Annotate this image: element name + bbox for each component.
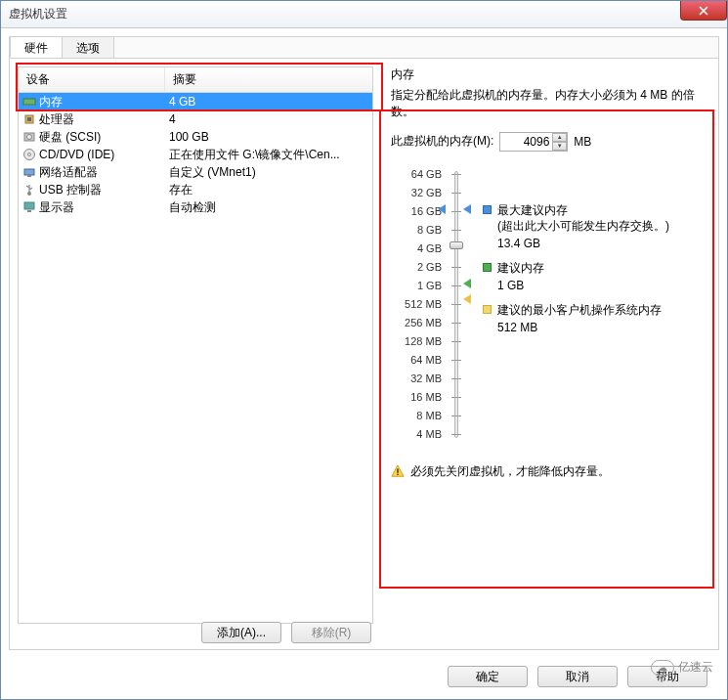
svg-point-8 — [27, 135, 32, 140]
remove-button: 移除(R) — [291, 622, 371, 643]
cloud-icon: ☁ — [651, 660, 674, 676]
settings-panel: 硬件 选项 设备 摘要 内存4 GB处理器4硬盘 (SCSI)100 GBCD/… — [9, 36, 719, 650]
device-name: CD/DVD (IDE) — [39, 148, 114, 161]
hardware-row-4[interactable]: 网络适配器自定义 (VMnet1) — [19, 163, 372, 181]
tick-label: 4 GB — [391, 240, 442, 258]
hardware-row-5[interactable]: USB 控制器存在 — [19, 181, 372, 198]
hardware-list-header: 设备 摘要 — [19, 67, 372, 93]
tick-mark — [451, 174, 461, 175]
memory-spinner[interactable]: ▲▼ — [499, 132, 568, 152]
tick-mark — [451, 378, 461, 379]
memory-description: 指定分配给此虚拟机的内存量。内存大小必须为 4 MB 的倍数。 — [391, 87, 708, 120]
tick-label: 1 GB — [391, 277, 442, 295]
tick-mark — [451, 193, 461, 194]
memory-section-title: 内存 — [391, 66, 708, 83]
legend-rec-value: 1 GB — [497, 279, 708, 292]
tab-hardware[interactable]: 硬件 — [10, 36, 63, 58]
device-name: 显示器 — [39, 199, 74, 216]
hardware-row-1[interactable]: 处理器4 — [19, 110, 372, 128]
tick-label: 16 GB — [391, 202, 442, 221]
marker-rec-icon — [463, 279, 471, 288]
tick-mark — [451, 434, 461, 435]
memory-field-label: 此虚拟机的内存(M): — [391, 133, 493, 150]
device-summary: 自定义 (VMnet1) — [165, 164, 372, 181]
tick-label: 64 GB — [391, 165, 442, 184]
tick-mark — [451, 267, 461, 268]
device-name: 内存 — [39, 94, 63, 110]
device-name: 硬盘 (SCSI) — [39, 129, 101, 146]
svg-rect-16 — [397, 468, 398, 472]
add-button[interactable]: 添加(A)... — [201, 622, 281, 643]
spin-down-icon[interactable]: ▼ — [552, 142, 567, 151]
tick-mark — [451, 360, 461, 361]
device-summary: 100 GB — [165, 130, 372, 144]
memory-unit: MB — [574, 135, 591, 149]
hardware-row-6[interactable]: 显示器自动检测 — [19, 198, 372, 216]
tick-label: 8 MB — [391, 407, 442, 425]
col-header-device[interactable]: 设备 — [19, 67, 165, 92]
marker-max-left-icon — [438, 204, 446, 214]
net-icon — [22, 165, 36, 179]
svg-rect-3 — [30, 105, 31, 107]
slider-thumb[interactable] — [450, 241, 463, 249]
tick-label: 32 GB — [391, 184, 442, 202]
col-header-summary[interactable]: 摘要 — [165, 67, 372, 92]
memory-slider-zone: 64 GB 32 GB 16 GB 8 GB 4 GB 2 GB 1 GB 51… — [391, 165, 708, 444]
memory-icon — [22, 95, 36, 109]
svg-rect-11 — [24, 169, 34, 175]
tick-mark — [451, 211, 461, 212]
tick-mark — [451, 304, 461, 305]
tab-options[interactable]: 选项 — [62, 36, 114, 58]
tick-label: 512 MB — [391, 295, 442, 314]
content-area: 设备 摘要 内存4 GB处理器4硬盘 (SCSI)100 GBCD/DVD (I… — [10, 59, 718, 649]
device-summary: 自动检测 — [165, 199, 372, 216]
svg-rect-4 — [33, 105, 34, 107]
hardware-row-0[interactable]: 内存4 GB — [19, 93, 372, 110]
legend-min-value: 512 MB — [497, 321, 708, 334]
legend-max-value: 13.4 GB — [497, 237, 708, 250]
device-summary: 存在 — [165, 182, 372, 198]
memory-pane: 内存 指定分配给此虚拟机的内存量。内存大小必须为 4 MB 的倍数。 此虚拟机的… — [381, 59, 718, 649]
square-green-icon — [483, 263, 492, 272]
legend-min: 建议的最小客户机操作系统内存 — [483, 302, 708, 319]
close-icon — [699, 6, 708, 16]
close-button[interactable] — [680, 1, 727, 21]
square-yellow-icon — [483, 305, 492, 314]
tab-strip: 硬件 选项 — [10, 37, 718, 59]
tick-label: 32 MB — [391, 370, 442, 388]
tick-label: 8 GB — [391, 221, 442, 240]
tick-mark — [451, 230, 461, 231]
ok-button[interactable]: 确定 — [448, 666, 528, 687]
tick-label: 2 GB — [391, 258, 442, 277]
hardware-row-2[interactable]: 硬盘 (SCSI)100 GB — [19, 128, 372, 146]
device-name: 处理器 — [39, 111, 74, 128]
tick-label: 64 MB — [391, 351, 442, 370]
svg-rect-17 — [397, 474, 398, 475]
svg-rect-2 — [27, 105, 28, 107]
device-summary: 4 GB — [165, 95, 372, 109]
svg-rect-0 — [23, 99, 35, 105]
tick-label: 128 MB — [391, 332, 442, 351]
device-name: 网络适配器 — [39, 164, 98, 181]
svg-rect-12 — [27, 175, 31, 177]
spinner-buttons[interactable]: ▲▼ — [552, 133, 567, 151]
tick-mark — [451, 397, 461, 398]
hardware-row-3[interactable]: CD/DVD (IDE)正在使用文件 G:\镜像文件\Cen... — [19, 146, 372, 163]
memory-field-row: 此虚拟机的内存(M): ▲▼ MB — [391, 132, 708, 152]
tick-label: 4 MB — [391, 425, 442, 444]
tick-label: 16 MB — [391, 388, 442, 407]
slider-tick-labels: 64 GB 32 GB 16 GB 8 GB 4 GB 2 GB 1 GB 51… — [391, 165, 442, 444]
hardware-rows: 内存4 GB处理器4硬盘 (SCSI)100 GBCD/DVD (IDE)正在使… — [19, 93, 372, 216]
spin-up-icon[interactable]: ▲ — [552, 133, 567, 142]
hardware-list-pane: 设备 摘要 内存4 GB处理器4硬盘 (SCSI)100 GBCD/DVD (I… — [10, 59, 381, 649]
memory-slider[interactable] — [442, 165, 471, 444]
legend-max: 最大建议内存 (超出此大小可能发生内存交换。) — [483, 202, 708, 236]
tick-mark — [451, 285, 461, 286]
hardware-list[interactable]: 设备 摘要 内存4 GB处理器4硬盘 (SCSI)100 GBCD/DVD (I… — [18, 66, 373, 624]
vm-settings-window: 虚拟机设置 硬件 选项 设备 摘要 内存4 GB处理器4硬盘 (SCSI)100… — [0, 0, 728, 700]
titlebar[interactable]: 虚拟机设置 — [1, 1, 727, 28]
cancel-button[interactable]: 取消 — [537, 666, 618, 687]
cpu-icon — [22, 112, 36, 126]
svg-rect-14 — [24, 202, 34, 209]
square-blue-icon — [483, 205, 492, 214]
